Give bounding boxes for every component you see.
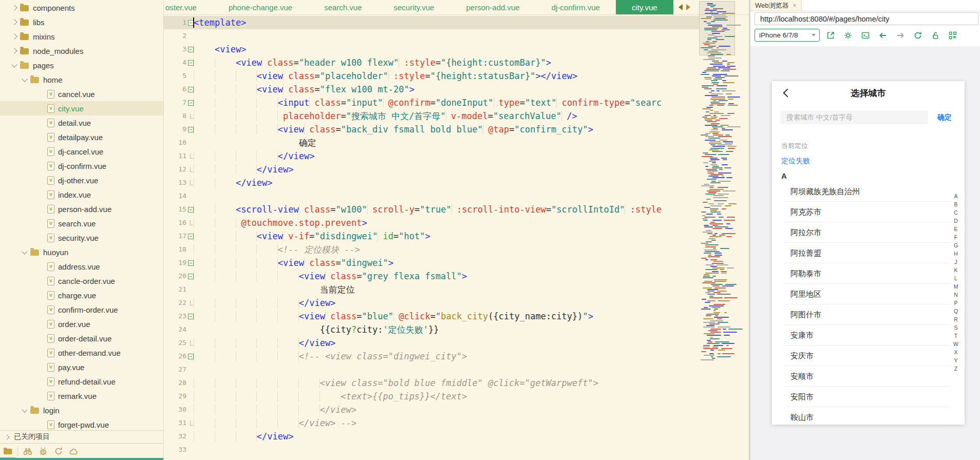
editor-tab-search-vue[interactable]: search.vue — [308, 0, 378, 14]
index-letter-E[interactable]: E — [952, 225, 960, 233]
city-list-item[interactable]: 阿图什市 — [772, 304, 965, 325]
city-list-item[interactable]: 阿勒泰市 — [772, 263, 965, 284]
tree-item-home[interactable]: home — [0, 72, 163, 87]
scroll-tabs-left-icon[interactable] — [679, 4, 683, 10]
code-editor-area[interactable]: 1<template>23 <view>4 <view class="heade… — [164, 14, 749, 460]
tree-item-pages[interactable]: pages — [0, 58, 163, 72]
debug-bug-icon[interactable] — [35, 445, 51, 458]
index-letter-K[interactable]: K — [952, 266, 960, 274]
index-letter-M[interactable]: M — [952, 282, 960, 291]
tree-item-login[interactable]: login — [0, 403, 163, 417]
refresh-icon[interactable] — [911, 30, 925, 41]
city-search-input[interactable]: 搜索城市 中文/首字母 — [780, 110, 928, 124]
chevron-down-icon[interactable] — [22, 407, 27, 412]
tree-item-remark-vue[interactable]: Vremark.vue — [0, 389, 163, 403]
tree-item-other-demand-vue[interactable]: Vother-demand.vue — [0, 346, 163, 360]
fold-marker-icon[interactable] — [188, 127, 194, 132]
index-letter-N[interactable]: N — [952, 291, 960, 299]
index-letter-A[interactable]: A — [952, 192, 960, 200]
fold-marker-icon[interactable] — [188, 354, 194, 359]
editor-tab-phone-change-vue[interactable]: phone-change.vue — [213, 0, 308, 14]
index-letter-L[interactable]: L — [952, 274, 960, 282]
index-letter-Y[interactable]: Y — [952, 356, 960, 365]
chevron-down-icon[interactable] — [22, 76, 27, 82]
console-icon[interactable] — [859, 30, 872, 41]
tree-item-order-vue[interactable]: Vorder.vue — [0, 317, 163, 331]
tree-item-detailpay-vue[interactable]: Vdetailpay.vue — [0, 130, 163, 144]
chevron-right-icon[interactable] — [11, 33, 17, 39]
tree-item-confirm-order-vue[interactable]: Vconfirm-order.vue — [0, 302, 163, 317]
chevron-right-icon[interactable] — [11, 5, 17, 10]
tree-item-refund-detail-vue[interactable]: Vrefund-detail.vue — [0, 374, 163, 389]
index-letter-P[interactable]: P — [952, 299, 960, 307]
tree-item-libs[interactable]: libs — [0, 15, 163, 29]
cloud-icon[interactable] — [66, 445, 82, 458]
city-list-item[interactable]: 阿拉善盟 — [772, 243, 965, 263]
open-external-icon[interactable] — [824, 30, 837, 41]
index-letter-X[interactable]: X — [952, 348, 960, 356]
closed-projects-row[interactable]: 已关闭项目 — [0, 431, 163, 443]
tree-item-pay-vue[interactable]: Vpay.vue — [0, 360, 163, 374]
city-list-item[interactable]: 安阳市 — [772, 387, 965, 407]
tree-item-dj-cancel-vue[interactable]: Vdj-cancel.vue — [0, 144, 163, 159]
minimap[interactable] — [699, 0, 734, 395]
forward-arrow-icon[interactable] — [894, 30, 907, 41]
tree-item-detail-vue[interactable]: Vdetail.vue — [0, 116, 163, 130]
web-browser-tab[interactable]: Web浏览器 × — [750, 0, 802, 11]
tree-item-dj-confirm-vue[interactable]: Vdj-confirm.vue — [0, 159, 163, 173]
city-list-item[interactable]: 阿里地区 — [772, 284, 965, 304]
fold-marker-icon[interactable] — [188, 207, 194, 213]
fold-marker-icon[interactable] — [188, 100, 194, 106]
index-letter-W[interactable]: W — [952, 340, 960, 348]
index-letter-T[interactable]: T — [952, 332, 960, 340]
tree-item-person-add-vue[interactable]: Vperson-add.vue — [0, 202, 163, 216]
chevron-right-icon[interactable] — [11, 19, 17, 25]
editor-tab-oster-vue[interactable]: oster.vue — [164, 0, 213, 14]
tree-item-forget-pwd-vue[interactable]: Vforget-pwd.vue — [0, 417, 163, 430]
index-letter-F[interactable]: F — [952, 233, 960, 241]
city-list-item[interactable]: 阿拉尔市 — [772, 222, 965, 243]
tree-item-node_modules[interactable]: node_modules — [0, 44, 163, 58]
device-select[interactable]: iPhone 6/7/8 — [755, 29, 820, 42]
fold-marker-icon[interactable] — [188, 314, 194, 319]
qr-code-icon[interactable] — [946, 30, 959, 41]
index-letter-H[interactable]: H — [952, 250, 960, 258]
confirm-button[interactable]: 确定 — [937, 113, 952, 122]
location-status-link[interactable]: 定位失败 — [781, 157, 810, 166]
chevron-down-icon[interactable] — [22, 248, 27, 254]
project-explorer-icon[interactable] — [0, 444, 15, 458]
tree-item-city-vue[interactable]: Vcity.vue — [0, 101, 163, 116]
index-letter-Q[interactable]: Q — [952, 307, 960, 315]
tree-item-address-vue[interactable]: Vaddress.vue — [0, 259, 163, 274]
fold-marker-icon[interactable] — [188, 234, 194, 239]
search-binoculars-icon[interactable] — [20, 445, 35, 458]
editor-tab-person-add-vue[interactable]: person-add.vue — [450, 0, 535, 14]
fold-marker-icon[interactable] — [188, 87, 194, 92]
city-list-item[interactable]: 安顺市 — [772, 366, 965, 387]
index-letter-Z[interactable]: Z — [952, 365, 960, 373]
tree-item-charge-vue[interactable]: Vcharge.vue — [0, 288, 163, 302]
index-letter-C[interactable]: C — [952, 208, 960, 217]
city-list-item[interactable]: 安庆市 — [772, 346, 965, 366]
city-list-item[interactable]: 安康市 — [772, 325, 965, 346]
tree-item-cancle-order-vue[interactable]: Vcancle-order.vue — [0, 274, 163, 288]
chevron-right-icon[interactable] — [11, 48, 17, 53]
fold-marker-icon[interactable] — [188, 274, 194, 279]
tree-item-huoyun[interactable]: huoyun — [0, 245, 163, 259]
index-letter-G[interactable]: G — [952, 241, 960, 250]
sync-refresh-icon[interactable] — [51, 445, 66, 458]
index-letter-S[interactable]: S — [952, 323, 960, 332]
back-arrow-icon[interactable] — [876, 30, 890, 41]
city-list-item[interactable]: 鞍山市 — [772, 407, 965, 428]
tree-item-mixins[interactable]: mixins — [0, 29, 163, 44]
lock-open-icon[interactable] — [929, 30, 942, 41]
url-input[interactable]: http://localhost:8080/#/pages/home/city — [755, 12, 978, 25]
tree-item-order-detail-vue[interactable]: Vorder-detail.vue — [0, 331, 163, 346]
scroll-tabs-right-icon[interactable] — [686, 4, 690, 10]
city-list-item[interactable]: 阿克苏市 — [772, 202, 965, 222]
index-letter-B[interactable]: B — [952, 200, 960, 208]
index-letter-D[interactable]: D — [952, 217, 960, 225]
editor-tab-city-vue[interactable]: city.vue — [616, 0, 673, 14]
index-letter-R[interactable]: R — [952, 315, 960, 323]
tree-item-index-vue[interactable]: Vindex.vue — [0, 187, 163, 202]
